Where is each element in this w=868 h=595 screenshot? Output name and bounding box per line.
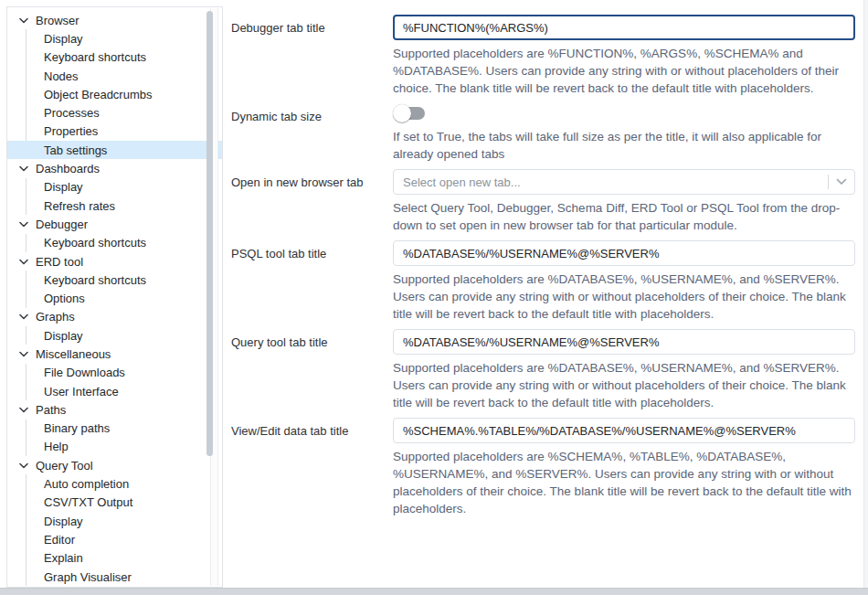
sidebar-item-display[interactable]: Display: [7, 326, 222, 345]
tree-item-label: Help: [44, 440, 69, 453]
sidebar-item-graphs[interactable]: Graphs: [7, 308, 222, 326]
field-help-text: Select Query Tool, Debugger, Schema Diff…: [393, 199, 855, 234]
sidebar-item-keyboard-shortcuts[interactable]: Keyboard shortcuts: [7, 48, 222, 67]
sidebar-scrollbar-thumb[interactable]: [206, 11, 213, 456]
sidebar-item-explain[interactable]: Explain: [7, 549, 222, 568]
sidebar-item-keyboard-shortcuts[interactable]: Keyboard shortcuts: [7, 234, 222, 252]
chevron-down-icon: [19, 259, 36, 265]
chevron-down-icon: [19, 313, 36, 320]
toggle-thumb: [393, 104, 411, 122]
tree-item-label: Miscellaneous: [36, 347, 111, 361]
field-label: View/Edit data tab title: [231, 418, 393, 438]
sidebar-item-keyboard-shortcuts[interactable]: Keyboard shortcuts: [7, 271, 222, 289]
tree-item-label: Object Breadcrumbs: [44, 88, 153, 101]
tree-item-label: Nodes: [44, 69, 79, 83]
preferences-sidebar: Browser Display Keyboard shortcuts Nodes…: [6, 6, 223, 588]
field-open-in-new-browser-tab: Open in new browser tab Select open new …: [231, 169, 855, 240]
sidebar-scrollbar-track[interactable]: [210, 8, 218, 586]
tree-item-label: ERD tool: [36, 255, 83, 269]
bottom-scrollbar[interactable]: [0, 588, 868, 595]
sidebar-item-refresh-rates[interactable]: Refresh rates: [7, 197, 222, 215]
sidebar-item-query-tool[interactable]: Query Tool: [7, 456, 222, 474]
sidebar-item-tab-settings[interactable]: Tab settings: [7, 141, 222, 159]
sidebar-item-display[interactable]: Display: [7, 29, 222, 48]
preferences-tree: Browser Display Keyboard shortcuts Nodes…: [7, 7, 222, 586]
tree-item-label: Keyboard shortcuts: [44, 273, 146, 287]
tree-item-label: Graphs: [36, 310, 75, 324]
field-dynamic-tab-size: Dynamic tab size If set to True, the tab…: [231, 103, 855, 169]
sidebar-item-dashboards[interactable]: Dashboards: [7, 159, 222, 177]
sidebar-item-display[interactable]: Display: [7, 178, 222, 197]
field-help-text: Supported placeholders are %FUNCTION%, %…: [393, 45, 855, 97]
tree-item-label: Graph Visualiser: [44, 570, 132, 584]
field-psql-tool-tab-title: PSQL tool tab title Supported placeholde…: [231, 240, 855, 329]
view-edit-data-tab-title-input[interactable]: [393, 418, 855, 443]
sidebar-item-miscellaneous[interactable]: Miscellaneous: [7, 345, 222, 363]
tree-item-label: Query Tool: [36, 459, 93, 473]
field-help-text: Supported placeholders are %DATABASE%, %…: [393, 271, 855, 323]
field-label: Open in new browser tab: [231, 169, 393, 189]
tree-item-label: User Interface: [44, 385, 119, 398]
field-help-text: Supported placeholders are %DATABASE%, %…: [393, 359, 855, 411]
sidebar-item-help[interactable]: Help: [7, 438, 222, 456]
sidebar-item-file-downloads[interactable]: File Downloads: [7, 364, 222, 382]
field-view-edit-data-tab-title: View/Edit data tab title Supported place…: [231, 418, 855, 524]
sidebar-item-debugger[interactable]: Debugger: [7, 215, 222, 233]
sidebar-item-display[interactable]: Display: [7, 512, 222, 530]
tree-item-label: Tab settings: [44, 143, 107, 157]
select-placeholder: Select open new tab...: [403, 175, 828, 189]
sidebar-item-binary-paths[interactable]: Binary paths: [7, 420, 222, 438]
sidebar-item-processes[interactable]: Processes: [7, 103, 222, 122]
field-help-text: Supported placeholders are %SCHEMA%, %TA…: [393, 448, 855, 517]
tree-item-label: Processes: [44, 106, 100, 120]
field-query-tool-tab-title: Query tool tab title Supported placehold…: [231, 329, 855, 418]
sidebar-item-nodes[interactable]: Nodes: [7, 67, 222, 85]
chevron-down-icon: [19, 17, 36, 24]
select-separator: [828, 175, 829, 189]
field-help-text: If set to True, the tabs will take full …: [393, 128, 855, 163]
sidebar-item-csv-txt-output[interactable]: CSV/TXT Output: [7, 494, 222, 512]
sidebar-item-options[interactable]: Options: [7, 289, 222, 307]
tree-item-label: Debugger: [36, 218, 88, 231]
sidebar-item-browser[interactable]: Browser: [7, 11, 222, 29]
chevron-down-icon: [836, 178, 847, 186]
sidebar-item-object-breadcrumbs[interactable]: Object Breadcrumbs: [7, 85, 222, 103]
chevron-down-icon: [19, 351, 36, 357]
sidebar-item-properties[interactable]: Properties: [7, 122, 222, 141]
field-label: PSQL tool tab title: [231, 240, 393, 260]
sidebar-item-graph-visualiser[interactable]: Graph Visualiser: [7, 568, 222, 586]
sidebar-item-erd-tool[interactable]: ERD tool: [7, 252, 222, 271]
sidebar-item-paths[interactable]: Paths: [7, 400, 222, 419]
chevron-down-icon: [19, 221, 36, 228]
tree-item-label: Display: [44, 32, 83, 46]
tree-item-label: Browser: [36, 14, 79, 27]
field-label: Debugger tab title: [231, 15, 393, 35]
debugger-tab-title-input[interactable]: [393, 15, 855, 40]
tree-item-label: Properties: [44, 124, 98, 138]
sidebar-item-user-interface[interactable]: User Interface: [7, 382, 222, 400]
field-debugger-tab-title: Debugger tab title Supported placeholder…: [231, 15, 855, 103]
tree-item-label: Display: [44, 180, 83, 194]
tree-item-label: Auto completion: [44, 477, 129, 491]
tree-item-label: Keyboard shortcuts: [44, 236, 146, 250]
dynamic-tab-size-toggle[interactable]: [393, 103, 428, 123]
psql-tool-tab-title-input[interactable]: [393, 240, 855, 266]
tree-item-label: CSV/TXT Output: [44, 495, 132, 509]
open-in-new-browser-tab-select[interactable]: Select open new tab...: [393, 169, 855, 195]
field-label: Query tool tab title: [231, 329, 393, 349]
preferences-content: Debugger tab title Supported placeholder…: [223, 0, 868, 588]
chevron-down-icon: [19, 165, 36, 172]
tree-item-label: Editor: [44, 533, 75, 547]
tree-item-label: Dashboards: [36, 162, 100, 175]
query-tool-tab-title-input[interactable]: [393, 329, 855, 355]
sidebar-item-auto-completion[interactable]: Auto completion: [7, 474, 222, 493]
sidebar-item-editor[interactable]: Editor: [7, 530, 222, 548]
tree-item-label: Display: [44, 515, 83, 528]
field-label: Dynamic tab size: [231, 103, 393, 123]
tree-item-label: Explain: [44, 551, 83, 565]
chevron-down-icon: [19, 407, 36, 413]
tree-item-label: Options: [44, 292, 85, 305]
preferences-dialog: Browser Display Keyboard shortcuts Nodes…: [0, 0, 868, 595]
content-scrollbar-gutter: [863, 0, 868, 588]
tree-item-label: Keyboard shortcuts: [44, 50, 146, 64]
